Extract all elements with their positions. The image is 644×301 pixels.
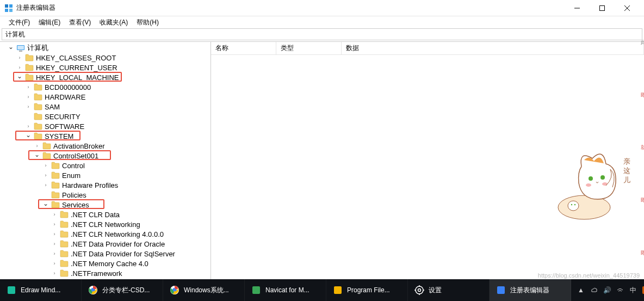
list-body[interactable]: 亲 这 儿	[211, 55, 644, 280]
tree-node[interactable]: ›HKEY_CLASSES_ROOT	[0, 53, 210, 63]
chevron-right-icon[interactable]: ›	[50, 259, 59, 268]
tree-node[interactable]: ›.NET Data Provider for SqlServer	[0, 249, 210, 259]
tree-label: Control	[62, 162, 85, 170]
folder-icon	[60, 220, 69, 228]
menubar: 文件(F) 编辑(E) 查看(V) 收藏夹(A) 帮助(H)	[0, 16, 644, 28]
tray-up-icon[interactable]: ▲	[577, 286, 585, 294]
folder-icon	[51, 191, 60, 199]
maximize-button[interactable]	[590, 0, 615, 16]
chevron-right-icon[interactable]: ›	[33, 142, 41, 150]
menu-help[interactable]: 帮助(H)	[132, 18, 163, 27]
chevron-down-icon[interactable]: ⌄	[41, 199, 50, 208]
svg-point-14	[574, 204, 575, 205]
svg-rect-10	[19, 51, 22, 52]
tree-node[interactable]: ›.NET CLR Networking 4.0.0.0	[0, 229, 210, 239]
chevron-down-icon[interactable]: ⌄	[7, 42, 15, 51]
chevron-right-icon[interactable]: ›	[15, 53, 24, 62]
tray-sogou-icon[interactable]: S	[642, 286, 644, 294]
taskbar-item[interactable]: Windows系统...	[163, 279, 245, 301]
chevron-right-icon[interactable]: ›	[15, 63, 24, 72]
tree-node[interactable]: ⌄Services	[0, 200, 210, 210]
tree-node[interactable]: ›.NET Memory Cache 4.0	[0, 259, 210, 268]
chevron-right-icon[interactable]: ›	[41, 161, 50, 170]
chevron-right-icon[interactable]: ›	[24, 122, 33, 131]
svg-point-13	[571, 204, 572, 205]
tree-node[interactable]: ⌄计算机	[0, 43, 210, 53]
tree-label: SOFTWARE	[45, 122, 84, 131]
tree-node[interactable]: Policies	[0, 190, 210, 200]
tree-pane[interactable]: ⌄计算机›HKEY_CLASSES_ROOT›HKEY_CURRENT_USER…	[0, 42, 211, 280]
folder-icon	[51, 171, 60, 179]
chevron-right-icon[interactable]: ›	[50, 239, 59, 248]
tree-label: HKEY_CLASSES_ROOT	[36, 54, 116, 62]
menu-favorites[interactable]: 收藏夹(A)	[95, 18, 132, 27]
tray-volume-icon[interactable]: 🔊	[603, 286, 611, 294]
taskbar-item[interactable]: 分类专栏-CSD...	[82, 279, 163, 301]
tree-node[interactable]: ⌄SYSTEM	[0, 131, 210, 141]
tree-node[interactable]: ›.NETFramework	[0, 268, 210, 278]
chevron-right-icon[interactable]: ›	[24, 93, 33, 101]
tray-network-icon[interactable]	[616, 286, 624, 294]
taskbar-item[interactable]: Navicat for M...	[245, 279, 326, 301]
tree-node[interactable]: ›Hardware Profiles	[0, 180, 210, 190]
address-bar[interactable]: 计算机	[2, 28, 642, 40]
chevron-right-icon[interactable]: ›	[41, 171, 50, 180]
tree-node[interactable]: ›SAM	[0, 102, 210, 112]
svg-text:儿: 儿	[623, 176, 630, 184]
chevron-right-icon[interactable]: ›	[50, 230, 59, 238]
taskbar-app-icon	[496, 285, 506, 295]
tree-node[interactable]: ›ActivationBroker	[0, 141, 210, 151]
taskbar-item[interactable]: 设置	[408, 279, 490, 301]
tree-node[interactable]: ›Enum	[0, 170, 210, 180]
tree-node[interactable]: ›SOFTWARE	[0, 121, 210, 131]
taskbar: Edraw Mind...分类专栏-CSD...Windows系统...Navi…	[0, 279, 644, 301]
chevron-right-icon[interactable]: ›	[50, 210, 59, 219]
tree-label: HKEY_LOCAL_MACHINE	[36, 73, 119, 82]
chevron-right-icon[interactable]: ›	[41, 181, 50, 189]
address-text: 计算机	[5, 30, 25, 39]
tree-node[interactable]: ⌄HKEY_LOCAL_MACHINE	[0, 72, 210, 82]
chevron-right-icon[interactable]: ›	[50, 269, 59, 278]
tree-node[interactable]: ›.NET Data Provider for Oracle	[0, 239, 210, 249]
chevron-down-icon[interactable]: ⌄	[24, 131, 33, 139]
tree-node[interactable]: ›HARDWARE	[0, 92, 210, 102]
col-name[interactable]: 名称	[211, 42, 276, 54]
folder-icon	[34, 93, 42, 101]
chevron-right-icon[interactable]: ›	[24, 83, 33, 91]
tree-label: .NET Data Provider for SqlServer	[71, 250, 175, 258]
tree-node[interactable]: ⌄ControlSet001	[0, 151, 210, 161]
tray-cloud-icon[interactable]	[590, 286, 598, 294]
tree-node[interactable]: ›HKEY_CURRENT_USER	[0, 63, 210, 72]
folder-icon	[60, 240, 69, 248]
taskbar-item[interactable]: 注册表编辑器	[490, 279, 571, 301]
mascot-overlay: 亲 这 儿	[552, 145, 633, 221]
tree-node[interactable]: ›BCD00000000	[0, 82, 210, 92]
chevron-right-icon[interactable]: ›	[50, 220, 59, 229]
minimize-button[interactable]	[565, 0, 590, 16]
chevron-right-icon[interactable]: ›	[24, 102, 33, 111]
svg-rect-1	[9, 4, 13, 8]
chevron-right-icon[interactable]: ›	[50, 249, 59, 258]
tree-label: Services	[62, 201, 89, 209]
svg-rect-9	[17, 46, 24, 50]
taskbar-item[interactable]: Edraw Mind...	[0, 279, 82, 301]
tree-label: SYSTEM	[45, 132, 73, 140]
menu-view[interactable]: 查看(V)	[65, 18, 95, 27]
taskbar-item[interactable]: Program File...	[326, 279, 408, 301]
menu-edit[interactable]: 编辑(E)	[34, 18, 65, 27]
menu-file[interactable]: 文件(F)	[4, 18, 34, 27]
tray-ime-icon[interactable]: 中	[629, 286, 637, 294]
chevron-down-icon[interactable]: ⌄	[33, 150, 41, 159]
svg-rect-0	[5, 4, 8, 8]
tree-node[interactable]: ›.NET CLR Networking	[0, 219, 210, 229]
tree-node[interactable]: ›.NET CLR Data	[0, 210, 210, 219]
chevron-down-icon[interactable]: ⌄	[15, 72, 24, 81]
svg-rect-5	[600, 5, 605, 10]
tree-node[interactable]: SECURITY	[0, 112, 210, 121]
svg-point-29	[416, 286, 423, 294]
col-data[interactable]: 数据	[342, 42, 644, 54]
tree-node[interactable]: ›Control	[0, 161, 210, 170]
tree-label: .NET Data Provider for Oracle	[71, 240, 165, 248]
close-button[interactable]	[615, 0, 640, 16]
col-type[interactable]: 类型	[276, 42, 342, 54]
